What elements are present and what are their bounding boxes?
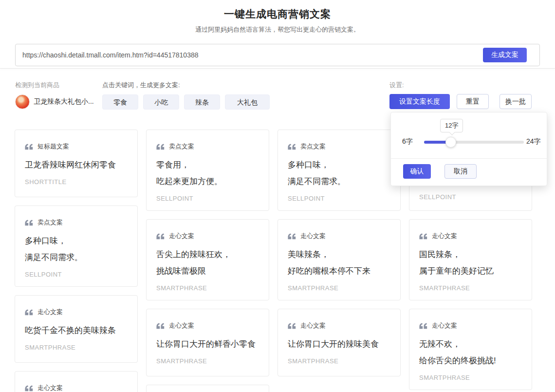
card-text-line: 吃货千金不换的美味辣条 [25, 322, 128, 339]
generate-button[interactable]: 生成文案 [483, 48, 527, 62]
card-header: 走心文案 [288, 321, 390, 330]
card-type-label: 走心文案 [169, 321, 194, 330]
card-text-line: 无辣不欢， [419, 336, 522, 353]
card-category-tag: SMARTPHRASE [25, 344, 128, 351]
card-category-tag: SMARTPHRASE [419, 374, 522, 381]
slider-max-label: 24字 [526, 137, 541, 146]
settings-label: 设置: [389, 81, 404, 90]
url-input[interactable] [22, 51, 476, 59]
card-category-tag: SMARTPHRASE [288, 284, 390, 292]
quote-icon [25, 144, 34, 150]
keyword-tags: 零食 小吃 辣条 大礼包 [102, 94, 275, 110]
card-type-label: 短标题文案 [37, 142, 69, 151]
copy-card[interactable]: 卖点文案 多种口味， 满足不同需求。 SELLPOINT [278, 130, 401, 211]
quote-icon [419, 233, 428, 240]
copy-card[interactable]: 走心文案 [15, 371, 138, 392]
refresh-batch-button[interactable]: 换一批 [500, 94, 532, 109]
length-slider[interactable] [424, 141, 524, 144]
card-body: 舌尖上的辣味狂欢， 挑战味蕾极限 [156, 246, 259, 280]
card-header: 走心文案 [25, 384, 128, 392]
quote-icon [288, 144, 296, 150]
card-header: 卖点文案 [288, 142, 390, 151]
card-text-line: 让你胃口大开的鲜香小零食 [156, 336, 259, 353]
card-text-line: 满足不同需求。 [288, 173, 390, 190]
keyword-tag[interactable]: 小吃 [143, 94, 179, 110]
page: 一键生成电商营销文案 通过阿里妈妈自然语言算法，帮您写出更走心的营销文案。 生成… [0, 0, 555, 392]
card-text-line: 让你胃口大开的辣味美食 [288, 336, 390, 353]
quote-icon [25, 385, 34, 392]
card-body: 美味辣条， 好吃的嘴根本停不下来 [288, 246, 390, 280]
card-type-label: 走心文案 [432, 232, 457, 241]
product-name: 卫龙辣条大礼包小... [34, 97, 94, 106]
copy-card[interactable]: 走心文案 让你胃口大开的辣味美食 SMARTPHRASE [278, 309, 401, 376]
card-text-line: 给你舌尖的终极挑战! [419, 353, 522, 369]
copy-card[interactable]: 走心文案 国民辣条， 属于童年的美好记忆 SMARTPHRASE [409, 219, 532, 300]
card-body: 多种口味， 满足不同需求。 [25, 233, 128, 266]
card-text-line: 挑战味蕾极限 [156, 263, 259, 280]
card-type-label: 走心文案 [37, 308, 63, 317]
quote-icon [156, 233, 165, 240]
card-text-line: 吃起来更加方便。 [156, 173, 259, 190]
card-text-line: 美味辣条， [288, 246, 390, 263]
copy-card[interactable]: 卖点文案 多种口味， 满足不同需求。 SELLPOINT [15, 205, 138, 287]
card-body: 让你胃口大开的辣味美食 [288, 336, 390, 353]
copy-card[interactable]: 走心文案 让你胃口大开的鲜香小零食 SMARTPHRASE [146, 309, 269, 376]
slider-handle[interactable] [445, 137, 456, 148]
card-body: 让你胃口大开的鲜香小零食 [156, 336, 259, 353]
quote-icon [25, 309, 34, 316]
slider-value-tooltip: 12字 [440, 119, 463, 132]
slider-min-label: 6字 [402, 137, 413, 146]
card-category-tag: SELLPOINT [419, 193, 522, 201]
card-text-line: 零食用， [156, 157, 259, 173]
card-text-line: 属于童年的美好记忆 [419, 263, 522, 280]
settings-buttons: 设置文案长度 重置 换一批 [389, 94, 532, 109]
reset-button[interactable]: 重置 [457, 94, 489, 109]
copy-card[interactable]: 卖点文案 零食用， 吃起来更加方便。 SELLPOINT [146, 130, 269, 211]
card-header: 走心文案 [288, 232, 390, 241]
card-header: 走心文案 [419, 321, 522, 330]
keyword-tag[interactable]: 辣条 [184, 94, 220, 110]
card-body: 无辣不欢， 给你舌尖的终极挑战! [419, 336, 522, 369]
keyword-tag[interactable]: 大礼包 [225, 94, 270, 110]
card-type-label: 卖点文案 [300, 142, 326, 151]
cancel-button[interactable]: 取消 [444, 164, 477, 179]
card-body: 国民辣条， 属于童年的美好记忆 [419, 246, 522, 280]
card-type-label: 走心文案 [37, 384, 63, 392]
keywords-label: 点击关键词，生成更多文案: [102, 81, 180, 90]
card-text-line: 舌尖上的辣味狂欢， [156, 246, 259, 263]
card-column-3: 卖点文案 多种口味， 满足不同需求。 SELLPOINT 走心文案 美味辣条， … [278, 130, 401, 392]
card-text-line: 卫龙香辣味网红休闲零食 [25, 157, 128, 173]
copy-card[interactable]: 走心文案 舌尖上的辣味狂欢， 挑战味蕾极限 SMARTPHRASE [146, 219, 269, 300]
card-body: 多种口味， 满足不同需求。 [288, 157, 390, 190]
card-column-1: 短标题文案 卫龙香辣味网红休闲零食 SHORTTITLE 卖点文案 多种口味， … [15, 130, 138, 392]
quote-icon [419, 323, 428, 329]
quote-icon [25, 220, 34, 226]
product-image [15, 94, 30, 109]
card-header: 走心文案 [156, 232, 259, 241]
card-text-line: 国民辣条， [419, 246, 522, 263]
copy-card[interactable]: 走心文案 美味辣条， 好吃的嘴根本停不下来 SMARTPHRASE [278, 219, 401, 300]
keyword-tag[interactable]: 零食 [102, 94, 138, 110]
copy-card[interactable]: 走心文案 吃货千金不换的美味辣条 SMARTPHRASE [15, 295, 138, 363]
copy-card[interactable]: 走心文案 无辣不欢， 给你舌尖的终极挑战! SMARTPHRASE [409, 309, 532, 390]
card-type-label: 走心文案 [300, 321, 326, 330]
copy-card[interactable]: 短标题文案 卫龙香辣味网红休闲零食 SHORTTITLE [15, 130, 138, 197]
page-title: 一键生成电商营销文案 [0, 7, 555, 21]
card-header: 卖点文案 [156, 142, 259, 151]
card-header: 短标题文案 [25, 142, 128, 151]
card-category-tag: SELLPOINT [288, 195, 390, 202]
card-header: 走心文案 [419, 232, 522, 241]
set-length-button[interactable]: 设置文案长度 [389, 94, 450, 109]
quote-icon [156, 144, 165, 150]
card-body: 卫龙香辣味网红休闲零食 [25, 157, 128, 173]
page-subtitle: 通过阿里妈妈自然语言算法，帮您写出更走心的营销文案。 [0, 25, 555, 34]
card-header: 卖点文案 [25, 218, 128, 227]
hero-section: 一键生成电商营销文案 通过阿里妈妈自然语言算法，帮您写出更走心的营销文案。 [0, 0, 555, 34]
card-category-tag: SELLPOINT [156, 195, 259, 202]
confirm-button[interactable]: 确认 [403, 164, 431, 179]
product-item[interactable]: 卫龙辣条大礼包小... [15, 94, 94, 109]
copy-card[interactable] [146, 385, 269, 392]
card-category-tag: SMARTPHRASE [288, 357, 390, 365]
card-text-line: 满足不同需求。 [25, 249, 128, 266]
card-body: 零食用， 吃起来更加方便。 [156, 157, 259, 190]
